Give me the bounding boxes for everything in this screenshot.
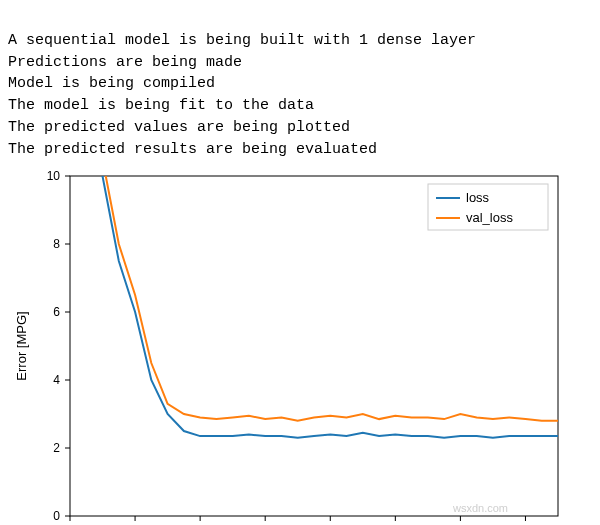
- svg-text:2: 2: [53, 441, 60, 455]
- console-line: Model is being compiled: [8, 75, 215, 92]
- console-line: The predicted values are being plotted: [8, 119, 350, 136]
- console-output: A sequential model is being built with 1…: [8, 8, 592, 160]
- svg-text:10: 10: [47, 169, 61, 183]
- legend: loss val_loss: [428, 184, 548, 230]
- x-ticks: 020406080100120140: [67, 516, 536, 525]
- console-line: The predicted results are being evaluate…: [8, 141, 377, 158]
- legend-label-valloss: val_loss: [466, 210, 513, 225]
- svg-text:6: 6: [53, 305, 60, 319]
- svg-text:0: 0: [53, 509, 60, 523]
- legend-label-loss: loss: [466, 190, 490, 205]
- svg-text:8: 8: [53, 237, 60, 251]
- watermark-text: wsxdn.com: [452, 502, 508, 514]
- y-axis-label: Error [MPG]: [14, 312, 29, 381]
- console-line: Predictions are being made: [8, 54, 242, 71]
- y-ticks: 0246810: [47, 169, 70, 523]
- console-line: The model is being fit to the data: [8, 97, 314, 114]
- svg-text:4: 4: [53, 373, 60, 387]
- console-line: A sequential model is being built with 1…: [8, 32, 476, 49]
- training-loss-chart: 020406080100120140 0246810 Epoch Error […: [8, 166, 568, 525]
